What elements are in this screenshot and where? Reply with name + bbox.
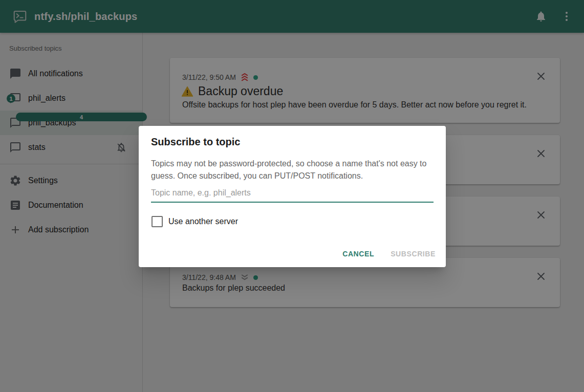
dialog-actions: CANCEL SUBSCRIBE xyxy=(336,245,442,263)
topic-name-input[interactable] xyxy=(151,186,434,203)
subscribe-dialog: Subscribe to topic Topics may not be pas… xyxy=(139,126,446,267)
checkbox-unchecked[interactable] xyxy=(152,216,163,227)
use-another-server-option[interactable]: Use another server xyxy=(152,216,238,227)
dialog-body-text: Topics may not be password-protected, so… xyxy=(151,158,434,182)
checkbox-label: Use another server xyxy=(168,217,238,226)
subscribe-button[interactable]: SUBSCRIBE xyxy=(384,245,442,263)
cancel-button[interactable]: CANCEL xyxy=(336,245,380,263)
dialog-title: Subscribe to topic xyxy=(151,136,240,148)
